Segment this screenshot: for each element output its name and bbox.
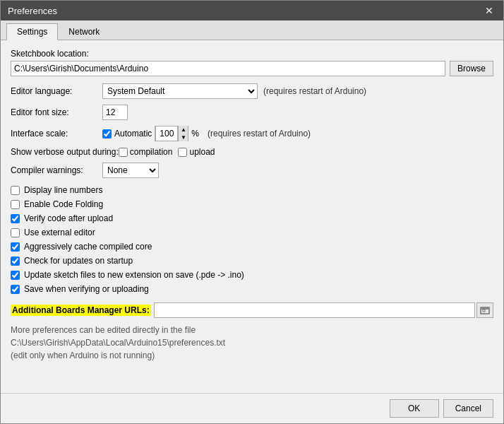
spinner-down-button[interactable]: ▼	[178, 134, 188, 141]
checkbox-row-aggressively-cache: Aggressively cache compiled core	[11, 242, 493, 252]
enable-code-folding-label: Enable Code Folding	[24, 199, 103, 209]
external-editor-checkbox[interactable]	[11, 228, 20, 237]
checkbox-row-check-updates: Check for updates on startup	[11, 256, 493, 266]
checkbox-row-save-verifying: Save when verifying or uploading	[11, 284, 493, 294]
external-editor-label: Use external editor	[24, 228, 95, 237]
close-button[interactable]: ✕	[482, 5, 496, 16]
checkbox-row-update-sketch: Update sketch files to new extension on …	[11, 270, 493, 280]
upload-label: upload	[189, 147, 215, 157]
compiler-warnings-select[interactable]: None	[102, 163, 159, 178]
svg-rect-2	[483, 310, 485, 312]
aggressively-cache-label: Aggressively cache compiled core	[24, 242, 152, 252]
compilation-checkbox[interactable]	[119, 148, 128, 157]
dialog-title: Preferences	[8, 6, 57, 16]
svg-rect-1	[481, 307, 489, 310]
compilation-label: compilation	[130, 147, 173, 157]
window-icon	[480, 305, 490, 315]
compiler-warnings-row: Compiler warnings: None	[11, 163, 493, 178]
tab-settings[interactable]: Settings	[6, 23, 58, 40]
checkbox-row-display-line-numbers: Display line numbers	[11, 185, 493, 195]
verbose-output-label: Show verbose output during:	[11, 147, 119, 157]
more-prefs-section: More preferences can be edited directly …	[11, 324, 493, 362]
upload-item: upload	[178, 147, 215, 157]
editor-font-size-input[interactable]	[102, 105, 128, 120]
interface-scale-label: Interface scale:	[11, 129, 102, 139]
editor-font-size-label: Editor font size:	[11, 107, 102, 117]
checkbox-row-verify-code: Verify code after upload	[11, 213, 493, 223]
checkbox-row-enable-code-folding: Enable Code Folding	[11, 199, 493, 209]
interface-scale-row: Interface scale: Automatic ▲ ▼ % (requir…	[11, 126, 493, 141]
sketchbook-label: Sketchbook location:	[11, 49, 493, 59]
check-updates-label: Check for updates on startup	[24, 256, 133, 266]
check-updates-checkbox[interactable]	[11, 257, 20, 266]
automatic-label: Automatic	[114, 129, 152, 139]
checkbox-row-external-editor: Use external editor	[11, 228, 493, 237]
scale-spinner: ▲ ▼	[155, 126, 188, 141]
editor-language-select[interactable]: System Default	[102, 83, 258, 99]
upload-checkbox[interactable]	[178, 148, 187, 157]
browse-button[interactable]: Browse	[450, 61, 493, 76]
editor-language-row: Editor language: System Default (require…	[11, 83, 493, 99]
save-verifying-label: Save when verifying or uploading	[24, 284, 149, 294]
cancel-button[interactable]: Cancel	[443, 399, 493, 418]
verbose-controls: compilation upload	[119, 147, 215, 157]
title-bar: Preferences ✕	[1, 1, 503, 20]
verify-code-checkbox[interactable]	[11, 214, 20, 223]
ok-button[interactable]: OK	[390, 399, 439, 418]
update-sketch-label: Update sketch files to new extension on …	[24, 270, 244, 280]
scale-unit: %	[191, 129, 199, 139]
sketchbook-row: Browse	[11, 61, 493, 76]
display-line-numbers-label: Display line numbers	[24, 185, 102, 195]
enable-code-folding-checkbox[interactable]	[11, 200, 20, 209]
additional-boards-input[interactable]	[154, 302, 475, 318]
additional-boards-row: Additional Boards Manager URLs:	[11, 302, 493, 318]
more-prefs-line2: C:\Users\Girish\AppData\Local\Arduino15\…	[11, 336, 493, 349]
checkbox-group: Display line numbers Enable Code Folding…	[11, 185, 493, 294]
verbose-output-row: Show verbose output during: compilation …	[11, 147, 493, 157]
compiler-warnings-label: Compiler warnings:	[11, 165, 102, 175]
display-line-numbers-checkbox[interactable]	[11, 186, 20, 195]
update-sketch-checkbox[interactable]	[11, 271, 20, 280]
automatic-checkbox[interactable]	[102, 129, 112, 139]
dialog-footer: OK Cancel	[1, 393, 503, 423]
sketchbook-input[interactable]	[11, 61, 445, 76]
editor-font-size-row: Editor font size:	[11, 105, 493, 120]
spinner-buttons: ▲ ▼	[178, 126, 188, 141]
more-prefs-line1: More preferences can be edited directly …	[11, 324, 493, 336]
save-verifying-checkbox[interactable]	[11, 285, 20, 294]
scale-note: (requires restart of Arduino)	[208, 129, 311, 139]
editor-language-note: (requires restart of Arduino)	[263, 86, 366, 96]
tab-network[interactable]: Network	[58, 23, 110, 40]
spinner-up-button[interactable]: ▲	[178, 126, 188, 134]
additional-boards-browse-button[interactable]	[476, 302, 493, 318]
verify-code-label: Verify code after upload	[24, 213, 113, 223]
settings-content: Sketchbook location: Browse Editor langu…	[1, 40, 503, 393]
additional-boards-label: Additional Boards Manager URLs:	[11, 305, 151, 316]
more-prefs-line3: (edit only when Arduino is not running)	[11, 349, 493, 362]
aggressively-cache-checkbox[interactable]	[11, 242, 20, 252]
editor-language-label: Editor language:	[11, 86, 102, 96]
preferences-dialog: Preferences ✕ Settings Network Sketchboo…	[0, 0, 504, 424]
tab-bar: Settings Network	[1, 20, 503, 40]
interface-scale-controls: Automatic ▲ ▼ % (requires restart of Ard…	[102, 126, 311, 141]
compilation-item: compilation	[119, 147, 173, 157]
scale-value-input[interactable]	[155, 126, 178, 141]
